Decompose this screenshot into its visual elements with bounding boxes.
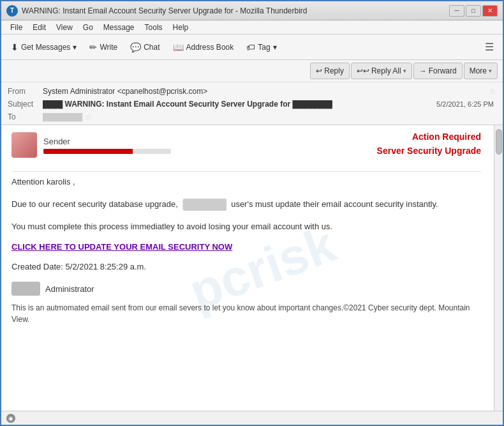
admin-block: Administrator [11, 282, 481, 296]
subject-value: ████ WARNING: Instant Email Account Secu… [43, 100, 436, 109]
address-book-icon: 📖 [173, 42, 184, 52]
subject-row: Subject ████ WARNING: Instant Email Acco… [8, 98, 496, 110]
from-row: From System Administrator <cpanelhost@pc… [8, 85, 496, 98]
email-body: pcrisk Sender Action Required Server Sec… [1, 125, 494, 411]
minimize-button[interactable]: ─ [449, 5, 464, 17]
menu-edit[interactable]: Edit [27, 22, 51, 33]
to-label: To [8, 112, 43, 121]
menu-tools[interactable]: Tools [140, 22, 168, 33]
address-book-button[interactable]: 📖 Address Book [167, 38, 240, 57]
reply-icon: ↩ [316, 66, 322, 75]
to-row: To ████████ ☆ [8, 110, 496, 123]
toolbar: ⬇ Get Messages ▾ ✏ Write 💬 Chat 📖 Addres… [1, 34, 503, 60]
tag-button[interactable]: 🏷 Tag ▾ [241, 38, 282, 57]
more-button[interactable]: More ▾ [464, 63, 498, 79]
more-label: More [470, 66, 487, 75]
subject-blurred-1: ████ [43, 100, 63, 108]
from-star-icon[interactable]: ☆ [489, 87, 496, 96]
write-button[interactable]: ✏ Write [84, 38, 123, 57]
get-messages-label: Get Messages [21, 43, 70, 52]
paragraph1: Due to our recent security database upgr… [11, 198, 481, 211]
to-blurred: ████████ [43, 113, 82, 121]
phishing-link[interactable]: CLICK HERE TO UPDATE YOUR EMAIL SECURITY… [11, 242, 481, 252]
reply-all-button[interactable]: ↩↩ Reply All ▾ [351, 63, 412, 79]
menu-bar: File Edit View Go Message Tools Help [1, 20, 503, 34]
sender-info: Sender [43, 137, 377, 154]
from-label: From [8, 87, 43, 96]
email-actions-bar: ↩ Reply ↩↩ Reply All ▾ → Forward More ▾ [1, 60, 503, 82]
get-messages-button[interactable]: ⬇ Get Messages ▾ [5, 38, 82, 57]
chat-button[interactable]: 💬 Chat [124, 38, 165, 57]
forward-button[interactable]: → Forward [413, 63, 463, 79]
maximize-button[interactable]: □ [466, 5, 481, 17]
scrollbar-thumb[interactable] [496, 129, 502, 155]
from-value: System Administrator <cpanelhost@pcrisk.… [43, 87, 487, 96]
reply-all-icon: ↩↩ [357, 66, 369, 75]
forward-label: Forward [429, 66, 457, 75]
status-icon: ◉ [6, 414, 15, 423]
server-security-text: Server Security Upgrade [377, 146, 481, 156]
sender-block: Sender Action Required Server Security U… [11, 132, 481, 164]
get-messages-dropdown-icon: ▾ [73, 43, 77, 52]
window-controls: ─ □ ✕ [449, 5, 498, 17]
write-label: Write [100, 43, 117, 52]
progress-bar-container [43, 149, 171, 154]
divider [11, 171, 481, 172]
menu-help[interactable]: Help [168, 22, 194, 33]
subject-label: Subject [8, 100, 43, 109]
reply-label: Reply [324, 66, 344, 75]
get-messages-icon: ⬇ [11, 42, 19, 52]
paragraph1-text: Due to our recent security database upgr… [11, 199, 178, 209]
created-date: Created Date: 5/2/2021 8:25:29 a.m. [11, 262, 481, 271]
action-required-block: Action Required Server Security Upgrade [377, 132, 481, 158]
address-book-label: Address Book [186, 43, 234, 52]
more-dropdown-icon: ▾ [489, 68, 492, 74]
email-body-container: pcrisk Sender Action Required Server Sec… [1, 125, 503, 411]
email-date: 5/2/2021, 6:25 PM [436, 100, 496, 108]
email-header-area: ↩ Reply ↩↩ Reply All ▾ → Forward More ▾ … [1, 60, 503, 125]
sender-avatar [11, 132, 37, 158]
scrollbar[interactable] [494, 125, 503, 411]
paragraph1-blurred: ████████ [183, 199, 226, 211]
paragraph1-cont: user's must update their email account s… [231, 199, 438, 209]
subject-blurred-2: ████████ [293, 100, 332, 108]
reply-button[interactable]: ↩ Reply [310, 63, 350, 79]
chat-label: Chat [144, 43, 159, 52]
tag-dropdown-icon: ▾ [273, 43, 277, 52]
to-star-icon[interactable]: ☆ [85, 112, 92, 121]
subject-text: WARNING: Instant Email Account Security … [65, 100, 291, 109]
close-button[interactable]: ✕ [482, 5, 498, 17]
window-title: WARNING: Instant Email Account Security … [22, 6, 449, 15]
tag-label: Tag [258, 43, 270, 52]
greeting-text: Attention karolis , [11, 176, 481, 189]
hamburger-button[interactable]: ☰ [480, 38, 499, 56]
email-content: Sender Action Required Server Security U… [11, 125, 481, 331]
reply-all-label: Reply All [371, 66, 401, 75]
tag-icon: 🏷 [246, 42, 255, 52]
menu-message[interactable]: Message [98, 22, 140, 33]
admin-text: Administrator [45, 284, 94, 294]
sender-label: Sender [43, 137, 377, 146]
main-window: T WARNING: Instant Email Account Securit… [0, 0, 504, 426]
admin-avatar [11, 282, 40, 296]
title-bar: T WARNING: Instant Email Account Securit… [1, 1, 503, 20]
paragraph2: You must complete this process immediatl… [11, 220, 481, 234]
app-icon: T [6, 5, 18, 17]
action-required-text: Action Required [377, 132, 481, 142]
reply-all-dropdown-icon: ▾ [403, 68, 406, 74]
status-bar: ◉ [1, 411, 503, 425]
menu-file[interactable]: File [5, 22, 27, 33]
email-meta: From System Administrator <cpanelhost@pc… [1, 82, 503, 125]
footer-text: This is an autmomated email sent from ou… [11, 302, 481, 325]
chat-icon: 💬 [130, 42, 141, 52]
menu-go[interactable]: Go [78, 22, 98, 33]
write-icon: ✏ [89, 42, 97, 52]
progress-bar-fill [43, 149, 133, 154]
menu-view[interactable]: View [51, 22, 78, 33]
forward-icon: → [419, 66, 427, 75]
